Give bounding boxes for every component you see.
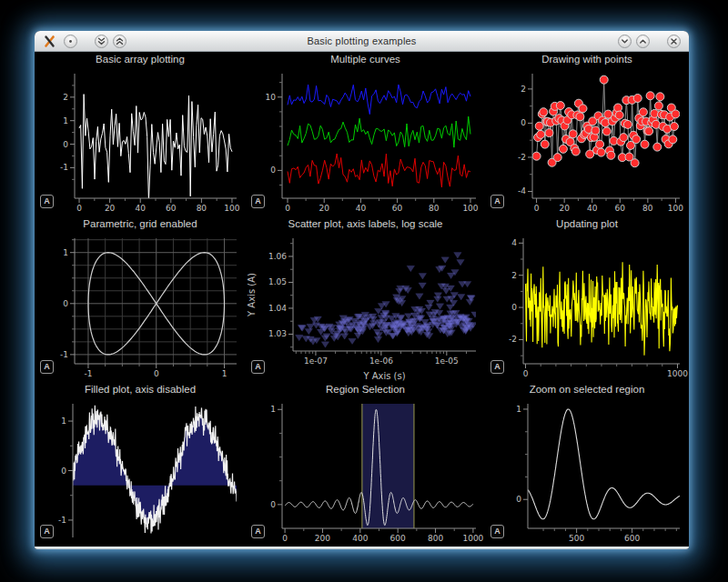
plot-canvas-scatter-log[interactable]: 1.031.041.051.061e-071e-061e-05Y Axis (A… bbox=[246, 233, 485, 382]
svg-text:1: 1 bbox=[516, 405, 521, 414]
svg-text:10: 10 bbox=[266, 93, 277, 102]
plot-multiple-curves: Multiple curves 010020406080100 A bbox=[246, 52, 485, 216]
svg-text:1.03: 1.03 bbox=[268, 329, 287, 338]
svg-text:2: 2 bbox=[521, 85, 526, 94]
svg-text:40: 40 bbox=[135, 204, 146, 213]
svg-text:-2: -2 bbox=[509, 335, 517, 344]
plot-canvas-filled[interactable]: -101 bbox=[35, 398, 246, 547]
svg-text:100: 100 bbox=[462, 204, 478, 213]
svg-text:1e-06: 1e-06 bbox=[369, 356, 393, 366]
plot-canvas-multiple-curves[interactable]: 010020406080100 bbox=[246, 68, 485, 216]
auto-range-button[interactable]: A bbox=[40, 525, 54, 538]
double-chevron-up-icon bbox=[116, 37, 124, 45]
svg-text:600: 600 bbox=[390, 534, 406, 543]
svg-text:80: 80 bbox=[429, 204, 440, 213]
svg-text:1.05: 1.05 bbox=[268, 277, 287, 286]
svg-text:800: 800 bbox=[428, 534, 443, 543]
keep-above-button[interactable] bbox=[113, 35, 126, 48]
plot-canvas-parametric[interactable]: -101-101 bbox=[35, 233, 246, 382]
svg-text:4: 4 bbox=[511, 238, 517, 247]
chevron-down-icon bbox=[621, 37, 629, 45]
titlebar[interactable]: Basic plotting examples bbox=[35, 31, 689, 52]
svg-text:20: 20 bbox=[318, 204, 329, 213]
svg-text:60: 60 bbox=[392, 204, 403, 213]
svg-text:-1: -1 bbox=[60, 163, 68, 172]
close-button[interactable] bbox=[667, 35, 681, 48]
svg-text:1.06: 1.06 bbox=[268, 252, 287, 261]
plot-filled: Filled plot, axis disabled -101 A bbox=[35, 382, 246, 547]
svg-text:40: 40 bbox=[587, 204, 598, 213]
svg-text:1000: 1000 bbox=[462, 534, 483, 543]
plot-title: Region Selection bbox=[246, 384, 485, 398]
plot-drawing-points: Drawing with points -4-202020406080100 A bbox=[485, 52, 689, 216]
plot-title: Parametric, grid enabled bbox=[35, 218, 246, 233]
svg-text:20: 20 bbox=[559, 204, 570, 213]
svg-text:80: 80 bbox=[642, 204, 653, 213]
auto-range-button[interactable]: A bbox=[251, 195, 265, 208]
svg-text:0: 0 bbox=[516, 495, 521, 504]
svg-text:400: 400 bbox=[352, 534, 368, 543]
svg-text:0: 0 bbox=[282, 534, 288, 543]
plot-canvas-basic-array[interactable]: -1012020406080100 bbox=[35, 68, 246, 216]
svg-text:100: 100 bbox=[224, 204, 239, 213]
svg-text:1000: 1000 bbox=[667, 369, 688, 378]
svg-text:-4: -4 bbox=[518, 186, 526, 196]
svg-text:0: 0 bbox=[76, 204, 82, 213]
auto-range-button[interactable]: A bbox=[490, 525, 504, 538]
svg-text:0: 0 bbox=[523, 369, 529, 378]
svg-text:1: 1 bbox=[270, 405, 276, 414]
svg-text:40: 40 bbox=[356, 204, 367, 213]
plot-updating: Updating plot -202401000 A bbox=[485, 216, 689, 382]
keep-below-button[interactable] bbox=[95, 35, 108, 48]
svg-text:0: 0 bbox=[285, 204, 290, 213]
plot-basic-array: Basic array plotting -1012020406080100 A bbox=[35, 52, 246, 216]
auto-range-button[interactable]: A bbox=[251, 525, 265, 538]
svg-text:0: 0 bbox=[63, 140, 68, 149]
plot-canvas-updating[interactable]: -202401000 bbox=[485, 233, 689, 382]
svg-text:200: 200 bbox=[315, 534, 330, 543]
close-icon bbox=[670, 37, 678, 45]
svg-text:0: 0 bbox=[61, 467, 66, 476]
svg-text:Y Axis (s): Y Axis (s) bbox=[362, 371, 405, 381]
shade-button[interactable] bbox=[64, 35, 77, 48]
plot-scatter-log: Scatter plot, axis labels, log scale 1.0… bbox=[246, 216, 485, 382]
svg-text:80: 80 bbox=[197, 204, 207, 213]
minimize-button[interactable] bbox=[618, 35, 632, 48]
svg-text:0: 0 bbox=[63, 299, 68, 308]
plot-title: Basic array plotting bbox=[35, 54, 246, 68]
svg-text:1: 1 bbox=[63, 116, 68, 125]
svg-text:1: 1 bbox=[63, 248, 68, 257]
svg-text:100: 100 bbox=[668, 204, 683, 213]
plot-title: Drawing with points bbox=[485, 54, 689, 68]
svg-text:-1: -1 bbox=[60, 350, 68, 359]
plot-zoom-region: Zoom on selected region 01500600 A bbox=[485, 382, 689, 547]
plot-title: Multiple curves bbox=[246, 54, 485, 68]
svg-text:1: 1 bbox=[222, 369, 228, 378]
auto-range-button[interactable]: A bbox=[40, 360, 54, 374]
svg-text:500: 500 bbox=[569, 534, 584, 543]
svg-text:0: 0 bbox=[534, 204, 540, 213]
dot-icon bbox=[66, 37, 75, 45]
svg-text:0: 0 bbox=[270, 166, 276, 175]
svg-text:20: 20 bbox=[105, 204, 116, 213]
maximize-button[interactable] bbox=[636, 35, 650, 48]
svg-text:1e-05: 1e-05 bbox=[435, 356, 459, 366]
window-title: Basic plotting examples bbox=[35, 35, 689, 46]
svg-text:2: 2 bbox=[511, 271, 517, 280]
svg-text:-1: -1 bbox=[58, 516, 66, 525]
app-icon[interactable] bbox=[43, 35, 56, 48]
svg-text:1.04: 1.04 bbox=[268, 304, 287, 313]
svg-text:1: 1 bbox=[61, 416, 66, 426]
plot-parametric: Parametric, grid enabled -101-101 A bbox=[35, 216, 246, 382]
auto-range-button[interactable]: A bbox=[40, 195, 54, 208]
auto-range-button[interactable]: A bbox=[490, 195, 504, 208]
plot-canvas-drawing-points[interactable]: -4-202020406080100 bbox=[485, 68, 689, 216]
plot-region-selection: Region Selection 0102004006008001000 A bbox=[246, 382, 485, 547]
auto-range-button[interactable]: A bbox=[490, 360, 504, 374]
svg-text:0: 0 bbox=[511, 303, 517, 312]
plot-canvas-region-selection[interactable]: 0102004006008001000 bbox=[246, 398, 485, 547]
chevron-up-icon bbox=[639, 37, 647, 45]
auto-range-button[interactable]: A bbox=[251, 360, 265, 374]
plot-canvas-zoom-region[interactable]: 01500600 bbox=[485, 398, 689, 547]
svg-text:0: 0 bbox=[270, 500, 276, 509]
